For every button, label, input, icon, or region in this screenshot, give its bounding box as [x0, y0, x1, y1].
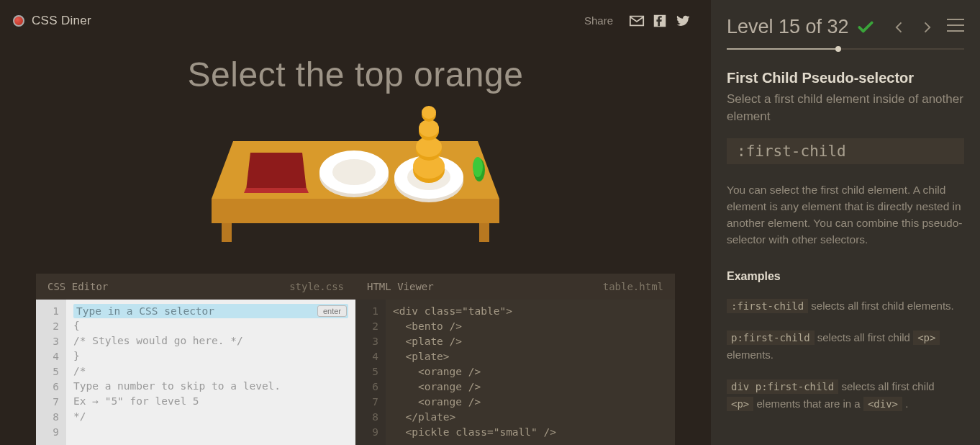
css-selector-input[interactable] [73, 304, 317, 318]
lesson-hint: You can select the first child element. … [727, 181, 964, 248]
code-line: <orange /> [393, 379, 668, 395]
code-line: Type a number to skip to a level. [73, 379, 348, 394]
css-editor-pane: CSS Editor style.css 123456789 enter {/*… [36, 274, 355, 445]
progress-bar[interactable] [727, 48, 964, 50]
code-line: { [73, 318, 348, 333]
svg-rect-3 [479, 223, 489, 242]
examples-heading: Examples [727, 270, 964, 283]
html-filename: table.html [603, 281, 663, 292]
code-line: <orange /> [393, 364, 668, 379]
twitter-icon[interactable] [675, 13, 691, 29]
code-line: Ex → "5" for level 5 [73, 394, 348, 409]
svg-point-8 [332, 159, 376, 185]
code-line: <pickle class="small" /> [393, 425, 668, 440]
facebook-icon[interactable] [652, 13, 668, 29]
example-3: div p:first-child selects all first chil… [727, 378, 964, 413]
css-filename: style.css [289, 281, 344, 292]
svg-point-19 [422, 106, 436, 119]
code-line: <orange /> [393, 395, 668, 410]
level-indicator: Level 15 of 32 [727, 16, 849, 38]
example-2: p:first-child selects all first child <p… [727, 329, 964, 364]
code-line: <plate /> [393, 334, 668, 349]
menu-icon[interactable] [947, 19, 964, 32]
html-viewer-label: HTML Viewer [367, 281, 434, 292]
instruction-title: Select the top orange [0, 55, 711, 94]
code-line: <plate> [393, 349, 668, 364]
code-line: } [73, 349, 348, 364]
code-line: <div class="table"> [393, 304, 668, 319]
email-icon[interactable] [629, 13, 645, 29]
lesson-subtitle: Select a first child element inside of a… [727, 91, 964, 125]
check-icon [856, 18, 875, 37]
code-line: /* [73, 364, 348, 379]
game-table [0, 98, 711, 256]
svg-point-17 [419, 120, 439, 137]
svg-marker-5 [244, 188, 309, 193]
svg-rect-2 [222, 223, 232, 242]
brand-name: CSS Diner [32, 14, 91, 28]
html-viewer-pane: HTML Viewer table.html 123456789 <div cl… [355, 274, 675, 445]
selector-syntax: :first-child [727, 138, 964, 164]
svg-point-21 [473, 157, 483, 177]
css-gutter: 123456789 [36, 300, 66, 445]
html-gutter: 123456789 [355, 300, 386, 445]
prev-level-button[interactable] [892, 19, 907, 36]
code-line: */ [73, 409, 348, 424]
share-label: Share [584, 14, 613, 27]
lesson-title: First Child Pseudo-selector [727, 70, 964, 86]
enter-button[interactable]: enter [317, 305, 347, 317]
code-line: <bento /> [393, 319, 668, 334]
code-line: </plate> [393, 410, 668, 425]
logo-icon [13, 15, 24, 27]
example-1: :first-child selects all first child ele… [727, 297, 964, 315]
code-line: /* Styles would go here. */ [73, 333, 348, 349]
svg-marker-4 [246, 153, 307, 190]
next-level-button[interactable] [920, 19, 934, 36]
svg-rect-1 [212, 199, 499, 223]
css-editor-label: CSS Editor [47, 281, 108, 292]
header-bar: CSS Diner Share [0, 0, 711, 35]
